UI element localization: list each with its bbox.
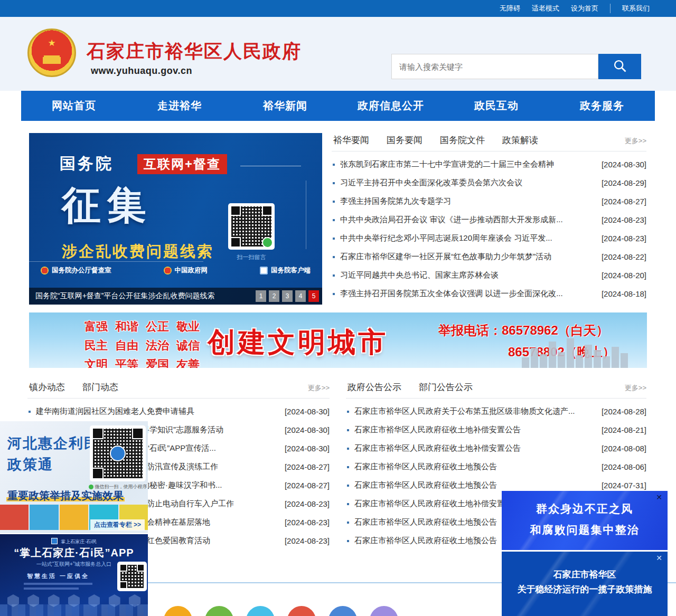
town-tab[interactable]: 镇办动态 (27, 381, 67, 398)
popup-discipline-line2: 和腐败问题集中整治 (502, 523, 668, 537)
close-icon[interactable]: ✕ (656, 493, 662, 501)
news-tab[interactable]: 国务要闻 (385, 134, 424, 151)
nav-item[interactable]: 政民互动 (444, 91, 549, 121)
news-date: [2024-08-06] (602, 462, 646, 471)
page: 无障碍适老模式设为首页联系我们 石家庄市裕华区人民政府 www.yuhuaqu.… (0, 0, 676, 616)
news-item[interactable]: 石家庄市裕华区人民政府征收土地补偿安置公告 [2024-08-21] (346, 421, 646, 439)
close-icon[interactable]: ✕ (656, 554, 662, 562)
news-item[interactable]: 张东凯到石家庄市第二十七中学宣讲党的二十届三中全会精神 [2024-08-30] (332, 155, 646, 174)
news-item[interactable]: 石家庄市裕华区建华一社区开展“红色故事助力少年筑梦”活动 [2024-08-22… (332, 248, 646, 266)
gov-tab[interactable]: 政府公告公示 (346, 381, 403, 398)
nav-item[interactable]: 政府信息公开 (338, 91, 444, 121)
news-date: [2024-08-30] (285, 425, 330, 434)
site-title: 石家庄市裕华区人民政府 (87, 39, 302, 64)
qr-caption: 扫一扫留言 (224, 253, 278, 261)
news-item[interactable]: 中共中央政治局召开会议 审议《进一步推动西部大开发形成新... [2024-08… (332, 211, 646, 229)
news-item[interactable]: 李强主持国务院第九次专题学习 [2024-08-27] (332, 192, 646, 211)
news-date: [2024-08-22] (602, 252, 646, 261)
core-value-word: 敬业 (176, 319, 200, 335)
nav-item[interactable]: 裕华新闻 (232, 91, 338, 121)
pager-dot[interactable]: 3 (282, 290, 293, 302)
popup-app-deco-lines (24, 583, 92, 592)
core-value-word: 文明 (84, 357, 108, 368)
site-url: www.yuhuaqu.gov.cn (91, 65, 192, 77)
core-value-word: 自由 (115, 338, 138, 354)
news-date: [2024-08-27] (285, 481, 330, 490)
news-item[interactable]: 石家庄市裕华区人民政府征收土地预公告 [2024-08-06] (346, 458, 646, 476)
news-date: [2024-08-08] (602, 444, 646, 453)
news-item[interactable]: 石家庄市裕华区人民政府征收土地补偿安置公告 [2024-08-08] (346, 439, 646, 458)
core-value-word: 法治 (146, 338, 169, 354)
nav-item[interactable]: 政务服务 (549, 91, 655, 121)
news-item[interactable]: 石家庄市裕华区人民政府关于公布第五批区级非物质文化遗产... [2024-08-… (346, 402, 646, 421)
more-link[interactable]: 更多>> (625, 136, 646, 151)
core-value-word: 公正 (146, 319, 169, 335)
pager-dot[interactable]: 1 (256, 290, 266, 302)
yuhua-news-panel: 裕华要闻国务要闻国务院文件政策解读 更多>> 张东凯到石家庄市第二十七中学宣讲党… (332, 132, 646, 303)
news-item[interactable]: 习近平同越共中央总书记、国家主席苏林会谈 [2024-08-20] (332, 266, 646, 285)
more-link[interactable]: 更多>> (308, 383, 330, 398)
core-value-word: 民主 (84, 338, 108, 354)
news-tab[interactable]: 政策解读 (501, 134, 540, 151)
gov-tab[interactable]: 部门公告公示 (417, 381, 474, 398)
pager-dot[interactable]: 4 (295, 290, 306, 302)
national-emblem-logo (27, 29, 76, 77)
service-circle-icon[interactable] (164, 606, 192, 616)
news-item[interactable]: 中共中央举行纪念邓小平同志诞辰120周年座谈会 习近平发... [2024-08… (332, 229, 646, 248)
pager-dot[interactable]: 2 (269, 290, 279, 302)
nav-item[interactable]: 网站首页 (21, 91, 127, 121)
slide-subline: 涉企乱收费问题线索 (62, 241, 214, 262)
qr-code (90, 425, 146, 481)
topbar-link[interactable]: 联系我们 (610, 4, 650, 13)
pager-dot[interactable]: 5 (308, 290, 319, 302)
news-tab[interactable]: 裕华要闻 (332, 134, 371, 151)
service-circle-icon[interactable] (370, 606, 398, 616)
nav-item[interactable]: 走进裕华 (127, 91, 232, 121)
town-tabs: 镇办动态部门动态 (27, 381, 134, 398)
topbar-link[interactable]: 设为首页 (571, 4, 598, 13)
search-button[interactable] (598, 54, 641, 79)
slide-footer-item: 国务院客户端 (260, 266, 311, 275)
more-link[interactable]: 更多>> (625, 383, 646, 398)
news-item[interactable]: 习近平主持召开中央全面深化改革委员会第六次会议 [2024-08-29] (332, 174, 646, 192)
news-item[interactable]: 李强主持召开国务院第五次全体会议强调 以进一步全面深化改... [2024-08… (332, 285, 646, 303)
service-circle-icon[interactable] (287, 606, 316, 616)
slide-badge: 互联网+督查 (137, 154, 227, 174)
popup-economy[interactable]: ✕ 石家庄市裕华区 关于稳经济运行的一揽子政策措施 (502, 552, 668, 616)
city-skyline (522, 338, 628, 368)
service-circle-icon[interactable] (205, 606, 233, 616)
service-circle-icon[interactable] (246, 606, 275, 616)
topbar-link[interactable]: 无障碍 (500, 4, 520, 13)
qr-code (228, 203, 275, 250)
civilized-city-banner[interactable]: 富强和谐公正敬业民主自由法治诚信文明平等爱国友善 创建文明城市 举报电话：865… (29, 312, 647, 368)
core-value-word: 诚信 (176, 338, 200, 354)
news-item[interactable]: 建华南街道润园社区为困难老人免费申请辅具 [2024-08-30] (27, 402, 330, 421)
carousel-caption[interactable]: 国务院“互联网+督查”平台公开征集涉企乱收费问题线索 (29, 291, 253, 301)
app-logo-icon (51, 538, 58, 544)
news-date: [2024-08-29] (602, 178, 646, 187)
banner-title: 创建文明城市 (208, 324, 388, 361)
popup-policy-link[interactable]: 点击查看专栏 >> (90, 519, 145, 530)
core-value-word: 平等 (115, 357, 138, 368)
news-date: [2024-08-30] (602, 160, 646, 169)
core-value-word: 友善 (176, 357, 200, 368)
news-tab[interactable]: 国务院文件 (438, 134, 486, 151)
popup-policy-qr[interactable]: 河北惠企利民 政策通 微信扫一扫，使用小程序 重要政策举措及实施效果 点击查看专… (0, 421, 148, 533)
carousel[interactable]: 国务院 互联网+督查 征集 涉企乱收费问题线索 扫一扫留言 国务院办公厅督查室 … (29, 133, 322, 305)
city-skyline (0, 604, 148, 616)
qr-code (117, 562, 147, 591)
slide-deco-line (240, 166, 301, 166)
popup-city-app[interactable]: 掌上石家庄·石i民 “掌上石家庄·石i民”APP 一站式“互联网+”城市服务总入… (0, 534, 148, 616)
service-circle-icon[interactable] (328, 606, 357, 616)
mini-program-badge (110, 446, 126, 461)
popup-discipline[interactable]: ✕ 群众身边不正之风 和腐败问题集中整治 (502, 491, 668, 550)
news-list: 张东凯到石家庄市第二十七中学宣讲党的二十届三中全会精神 [2024-08-30]… (332, 155, 646, 303)
search-input[interactable] (391, 54, 598, 79)
town-tab[interactable]: 部门动态 (81, 381, 120, 398)
popup-discipline-line1: 群众身边不正之风 (502, 501, 668, 516)
popup-policy-title1: 河北惠企利民 (7, 434, 99, 453)
news-date: [2024-08-27] (602, 197, 646, 206)
emblem-icon (260, 267, 268, 274)
slide-footer-item: 国务院办公厅督查室 (41, 266, 111, 275)
topbar-link[interactable]: 适老模式 (532, 4, 559, 13)
